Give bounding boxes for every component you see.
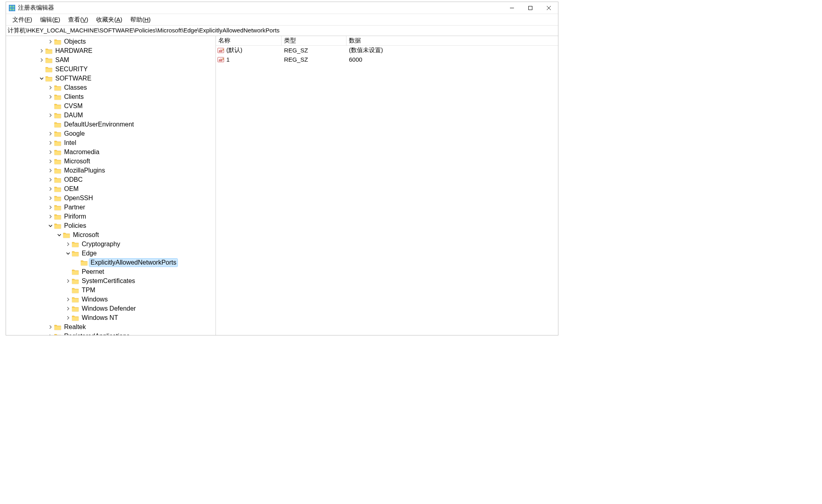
tree-item[interactable]: HARDWARE — [6, 46, 216, 55]
chevron-down-icon[interactable] — [48, 223, 53, 229]
svg-rect-1 — [10, 6, 12, 8]
column-data[interactable]: 数据 — [347, 36, 558, 45]
folder-icon — [54, 195, 61, 201]
value-row[interactable]: 1REG_SZ6000 — [216, 55, 558, 64]
chevron-right-icon[interactable] — [48, 112, 53, 118]
tree-item-label: Windows — [81, 295, 109, 303]
tree-item[interactable]: Microsoft — [6, 157, 216, 166]
menu-help[interactable]: 帮助(H) — [126, 14, 155, 25]
chevron-right-icon[interactable] — [48, 131, 53, 137]
value-row[interactable]: (默认)REG_SZ(数值未设置) — [216, 46, 558, 55]
tree-item-label: RegisteredApplications — [63, 332, 131, 335]
tree-item[interactable]: SAM — [6, 55, 216, 64]
tree-item[interactable]: SystemCertificates — [6, 276, 216, 285]
regedit-window: 注册表编辑器 文件(F) 编辑(E) 查看(V) 收藏夹(A) 帮助(H) Ob… — [6, 2, 558, 335]
chevron-right-icon[interactable] — [48, 214, 53, 219]
tree-item[interactable]: CVSM — [6, 101, 216, 110]
chevron-right-icon[interactable] — [48, 140, 53, 146]
chevron-right-icon[interactable] — [48, 39, 53, 44]
tree-item[interactable]: RegisteredApplications — [6, 331, 216, 335]
tree-item[interactable]: Edge — [6, 249, 216, 258]
folder-icon — [54, 38, 61, 45]
tree-item[interactable]: Windows Defender — [6, 304, 216, 313]
tree-item[interactable]: Windows NT — [6, 313, 216, 322]
tree-item-label: Clients — [63, 93, 85, 101]
chevron-down-icon[interactable] — [56, 232, 62, 238]
chevron-right-icon[interactable] — [39, 48, 44, 54]
tree-item[interactable]: Macromedia — [6, 147, 216, 157]
tree-item[interactable]: ODBC — [6, 175, 216, 184]
chevron-right-icon[interactable] — [48, 94, 53, 100]
tree-item[interactable]: Clients — [6, 92, 216, 101]
tree-item-label: Microsoft — [63, 157, 91, 165]
chevron-right-icon[interactable] — [65, 315, 71, 321]
chevron-right-icon[interactable] — [48, 186, 53, 192]
tree-item[interactable]: Realtek — [6, 322, 216, 331]
value-data: (数值未设置) — [347, 46, 558, 54]
folder-icon — [72, 296, 79, 303]
folder-icon — [54, 213, 61, 220]
chevron-right-icon[interactable] — [65, 241, 71, 247]
tree-item[interactable]: Peernet — [6, 267, 216, 276]
tree-item-label: SystemCertificates — [81, 277, 136, 285]
chevron-down-icon[interactable] — [65, 251, 71, 256]
values-list[interactable]: (默认)REG_SZ(数值未设置)1REG_SZ6000 — [216, 46, 558, 335]
chevron-down-icon[interactable] — [39, 76, 44, 81]
chevron-right-icon[interactable] — [48, 149, 53, 155]
chevron-right-icon[interactable] — [48, 159, 53, 164]
tree-item[interactable]: TPM — [6, 285, 216, 295]
tree-pane[interactable]: ObjectsHARDWARESAMSECURITYSOFTWAREClasse… — [6, 36, 216, 335]
chevron-right-icon[interactable] — [48, 324, 53, 330]
menu-file[interactable]: 文件(F) — [8, 14, 36, 25]
chevron-right-icon[interactable] — [48, 205, 53, 210]
menu-edit[interactable]: 编辑(E) — [36, 14, 64, 25]
titlebar: 注册表编辑器 — [6, 2, 558, 14]
value-name: 1 — [226, 56, 230, 63]
minimize-button[interactable] — [503, 2, 521, 14]
address-input[interactable] — [8, 27, 556, 34]
tree-item[interactable]: Google — [6, 129, 216, 138]
chevron-right-icon[interactable] — [48, 85, 53, 90]
chevron-right-icon[interactable] — [48, 333, 53, 335]
folder-icon — [72, 305, 79, 312]
tree-item[interactable]: DAUM — [6, 110, 216, 120]
chevron-right-icon[interactable] — [39, 57, 44, 63]
tree-item[interactable]: Partner — [6, 203, 216, 212]
chevron-right-icon[interactable] — [65, 278, 71, 284]
column-type[interactable]: 类型 — [282, 36, 347, 45]
tree-item[interactable]: Cryptography — [6, 239, 216, 249]
chevron-right-icon[interactable] — [48, 177, 53, 183]
tree-item[interactable]: Windows — [6, 295, 216, 304]
tree-item[interactable]: OpenSSH — [6, 193, 216, 203]
tree-item[interactable]: Microsoft — [6, 230, 216, 239]
maximize-button[interactable] — [521, 2, 540, 14]
folder-icon — [54, 186, 61, 192]
folder-icon — [54, 94, 61, 100]
tree-item[interactable]: Objects — [6, 37, 216, 46]
svg-rect-2 — [12, 6, 14, 8]
tree-item[interactable]: SECURITY — [6, 64, 216, 74]
folder-icon — [72, 269, 79, 275]
tree-item[interactable]: Classes — [6, 83, 216, 92]
tree-item[interactable]: SOFTWARE — [6, 74, 216, 83]
tree-item-label: ExplicitlyAllowedNetworkPorts — [89, 259, 177, 267]
folder-icon — [54, 84, 61, 91]
tree-item[interactable]: Piriform — [6, 212, 216, 221]
menu-favorites[interactable]: 收藏夹(A) — [92, 14, 126, 25]
folder-icon — [72, 278, 79, 284]
column-name[interactable]: 名称 — [216, 36, 282, 45]
tree-item[interactable]: DefaultUserEnvironment — [6, 120, 216, 129]
folder-icon — [54, 158, 61, 165]
tree-item[interactable]: ExplicitlyAllowedNetworkPorts — [6, 258, 216, 267]
tree-item[interactable]: Intel — [6, 138, 216, 147]
tree-item[interactable]: Policies — [6, 221, 216, 230]
chevron-right-icon[interactable] — [65, 306, 71, 311]
chevron-right-icon[interactable] — [48, 168, 53, 173]
tree-item-label: SAM — [54, 56, 71, 64]
close-button[interactable] — [540, 2, 558, 14]
tree-item[interactable]: MozillaPlugins — [6, 166, 216, 175]
menu-view[interactable]: 查看(V) — [64, 14, 92, 25]
tree-item[interactable]: OEM — [6, 184, 216, 193]
chevron-right-icon[interactable] — [65, 297, 71, 302]
chevron-right-icon[interactable] — [48, 195, 53, 201]
